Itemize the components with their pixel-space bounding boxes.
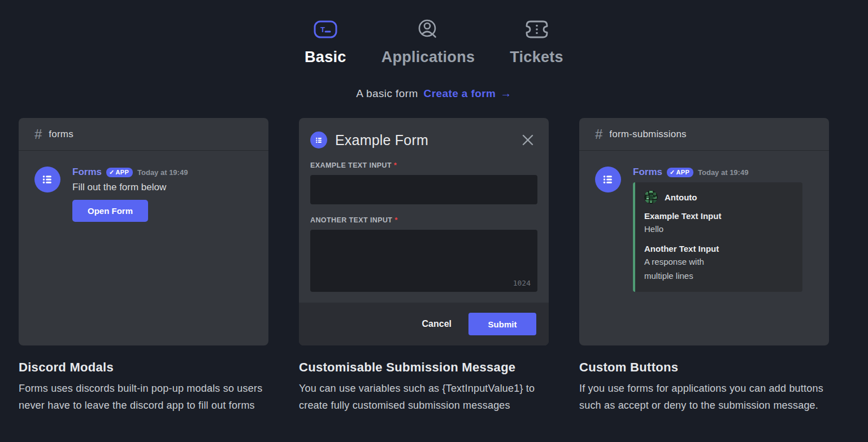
badge-label: APP — [676, 169, 690, 176]
badge-check-icon: ✓ — [670, 169, 675, 176]
cancel-button[interactable]: Cancel — [422, 319, 452, 329]
channel-name: forms — [49, 129, 73, 140]
required-asterisk: * — [394, 216, 397, 224]
feature-custom-buttons: Custom Buttons If you use forms for appl… — [579, 360, 846, 414]
submissions-channel-card: # form-submissions Forms ✓ APP Today at … — [579, 118, 829, 345]
message-text: Fill out the form below — [72, 182, 255, 193]
user-avatar[interactable] — [644, 190, 658, 204]
required-asterisk: * — [394, 161, 397, 169]
feature-customisable-message: Customisable Submission Message You can … — [299, 360, 566, 414]
open-form-button[interactable]: Open Form — [72, 200, 148, 222]
list-icon — [314, 135, 324, 145]
tab-basic-label: Basic — [305, 49, 346, 66]
badge-label: APP — [116, 169, 129, 176]
svg-text:T: T — [320, 25, 325, 34]
subtitle-text: A basic form — [356, 87, 418, 100]
app-badge: ✓ APP — [667, 168, 693, 177]
another-text-input-field[interactable]: 1024 — [310, 230, 537, 292]
create-form-link[interactable]: Create a form → — [424, 87, 512, 100]
submission-embed: Antouto Example Text Input Hello Another… — [633, 182, 802, 292]
feature-discord-modals: Discord Modals Forms uses discords built… — [19, 360, 285, 414]
field-label-2-text: ANOTHER TEXT INPUT — [310, 216, 392, 224]
text-input-icon: T — [314, 17, 337, 42]
section-subtitle: A basic form Create a form → — [0, 87, 868, 100]
tab-applications-label: Applications — [381, 49, 475, 66]
hashtag-icon: # — [34, 126, 42, 142]
channel-header: # forms — [19, 118, 268, 151]
feature-title: Customisable Submission Message — [299, 360, 566, 375]
feature-title: Custom Buttons — [579, 360, 846, 375]
field-label-2: ANOTHER TEXT INPUT* — [310, 216, 537, 224]
embed-field-value: A response with multiple lines — [644, 255, 793, 283]
feature-body: Forms uses discords built-in pop-up moda… — [19, 380, 285, 414]
submit-button[interactable]: Submit — [468, 313, 536, 335]
example-text-input-field[interactable] — [310, 175, 537, 204]
bot-username[interactable]: Forms — [72, 167, 102, 178]
arrow-right-icon: → — [500, 87, 511, 100]
user-icon — [416, 17, 440, 42]
message-timestamp: Today at 19:49 — [137, 168, 188, 177]
bot-message: Forms ✓ APP Today at 19:49 — [579, 151, 829, 292]
forms-bot-avatar[interactable] — [595, 167, 621, 192]
list-icon — [40, 172, 55, 187]
hashtag-icon: # — [595, 126, 602, 142]
embed-field-value: Hello — [644, 222, 793, 237]
embed-field-name: Example Text Input — [644, 211, 793, 221]
channel-header: # form-submissions — [579, 118, 829, 151]
field-label-1-text: EXAMPLE TEXT INPUT — [310, 161, 392, 169]
tab-tickets-label: Tickets — [510, 49, 563, 66]
tab-tickets[interactable]: Tickets — [510, 17, 563, 66]
feature-body: You can use variables such as {TextInput… — [299, 380, 566, 414]
list-icon — [601, 172, 615, 187]
field-label-1: EXAMPLE TEXT INPUT* — [310, 161, 537, 169]
bot-username[interactable]: Forms — [633, 167, 662, 178]
tab-basic[interactable]: T Basic — [305, 17, 346, 66]
forms-bot-avatar[interactable] — [34, 167, 60, 192]
char-counter: 1024 — [513, 279, 531, 287]
modal-title: Example Form — [335, 132, 510, 148]
demo-tabs: T Basic Applications — [0, 17, 868, 66]
app-badge: ✓ APP — [106, 168, 133, 177]
ticket-icon — [524, 17, 550, 42]
modal-footer: Cancel Submit — [299, 303, 549, 345]
feature-title: Discord Modals — [19, 360, 285, 375]
channel-name: form-submissions — [609, 129, 686, 140]
example-form-modal: Example Form EXAMPLE TEXT INPUT* ANOTHER… — [299, 118, 549, 345]
forms-bot-modal-avatar — [310, 132, 327, 148]
tab-applications[interactable]: Applications — [381, 17, 475, 66]
feature-body: If you use forms for applications you ca… — [579, 380, 846, 414]
forms-channel-card: # forms Forms ✓ APP Today at 19:49 F — [19, 118, 268, 345]
embed-author-name: Antouto — [665, 192, 697, 202]
close-icon[interactable] — [518, 130, 537, 150]
create-form-link-label: Create a form — [424, 87, 496, 100]
embed-field-name: Another Text Input — [644, 244, 793, 253]
badge-check-icon: ✓ — [109, 169, 115, 176]
bot-message: Forms ✓ APP Today at 19:49 Fill out the … — [19, 151, 268, 222]
message-timestamp: Today at 19:49 — [698, 168, 748, 177]
